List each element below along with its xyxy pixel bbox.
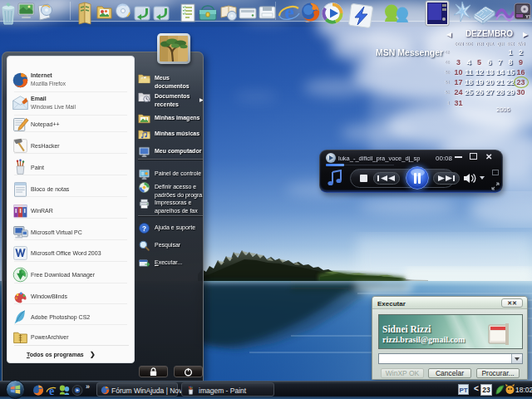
svg-text:Y!: Y! [525,14,530,19]
svg-text:?: ? [142,225,146,233]
svg-text:e: e [284,0,294,24]
svg-text:e: e [49,385,54,397]
